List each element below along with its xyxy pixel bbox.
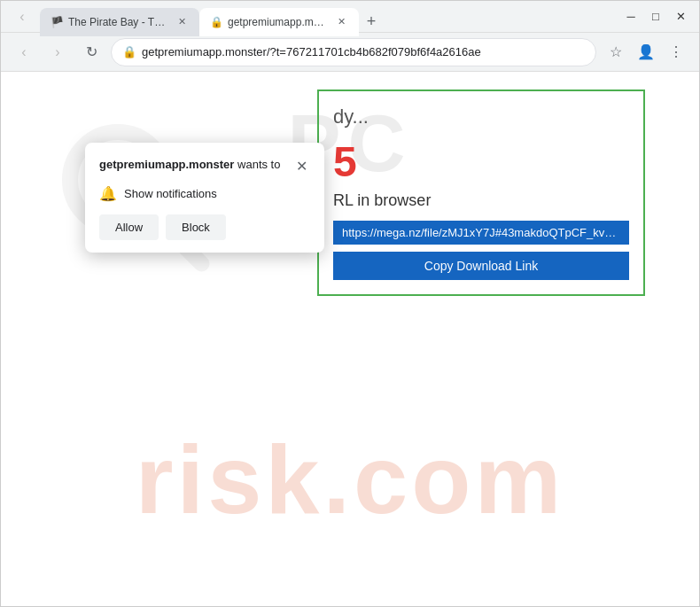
watermark-risk: risk.com	[136, 423, 564, 535]
minimize-button[interactable]: ─	[619, 5, 642, 28]
forward-button[interactable]: ›	[43, 38, 72, 66]
content-url-label: RL in browser	[333, 191, 629, 210]
tab1-close[interactable]: ✕	[175, 15, 189, 29]
maximize-button[interactable]: □	[644, 5, 667, 28]
toolbar-actions: ☆ 👤 ⋮	[602, 38, 690, 66]
popup-title-rest: wants to	[234, 158, 280, 171]
content-number: 5	[333, 137, 629, 186]
bookmark-icon[interactable]: ☆	[602, 38, 630, 66]
tab-getpremiumapp[interactable]: 🔒 getpremiumapp.monster/?t=76... ✕	[199, 8, 359, 36]
popup-title-domain: getpremiumapp.monster	[99, 158, 234, 171]
toolbar: ‹ › ↻ 🔒 ☆ 👤 ⋮	[1, 33, 699, 72]
tab-bar: 🏴 The Pirate Bay - The galaxy's m... ✕ 🔒…	[40, 1, 609, 33]
title-bar: ‹ 🏴 The Pirate Bay - The galaxy's m... ✕…	[1, 1, 699, 33]
new-tab-button[interactable]: +	[359, 10, 384, 35]
lock-icon: 🔒	[122, 45, 136, 58]
popup-buttons: Allow Block	[99, 214, 310, 240]
tab2-close[interactable]: ✕	[334, 15, 348, 29]
content-url-input: https://mega.nz/file/zMJ1xY7J#43makdoQTp…	[333, 221, 629, 245]
address-bar-container: 🔒	[111, 38, 596, 66]
tab1-label: The Pirate Bay - The galaxy's m...	[68, 16, 169, 28]
browser-window: ‹ 🏴 The Pirate Bay - The galaxy's m... ✕…	[0, 0, 700, 607]
bell-icon: 🔔	[99, 185, 117, 202]
menu-icon[interactable]: ⋮	[662, 38, 690, 66]
popup-notification-row: 🔔 Show notifications	[99, 185, 310, 202]
block-button[interactable]: Block	[166, 214, 226, 240]
address-input[interactable]	[142, 45, 585, 58]
notification-popup: getpremiumapp.monster wants to ✕ 🔔 Show …	[85, 143, 324, 253]
back-button[interactable]: ‹	[10, 38, 38, 66]
close-button[interactable]: ✕	[669, 5, 692, 28]
tab2-favicon: 🔒	[210, 16, 222, 28]
page-main: dy... 5 RL in browser https://mega.nz/fi…	[317, 89, 645, 296]
popup-close-button[interactable]: ✕	[292, 157, 310, 175]
refresh-button[interactable]: ↻	[77, 38, 105, 66]
content-loading: dy...	[333, 105, 629, 128]
tab2-label: getpremiumapp.monster/?t=76...	[228, 16, 329, 28]
url-text-display: https://mega.nz/file/zMJ1xY7J#43makdoQTp…	[333, 221, 629, 245]
copy-download-link-button[interactable]: Copy Download Link	[333, 252, 629, 280]
tab1-favicon: 🏴	[51, 16, 63, 28]
allow-button[interactable]: Allow	[99, 214, 159, 240]
profile-icon[interactable]: 👤	[632, 38, 660, 66]
notification-label: Show notifications	[124, 187, 217, 200]
window-controls: ─ □ ✕	[619, 5, 692, 28]
content-box: dy... 5 RL in browser https://mega.nz/fi…	[317, 89, 645, 296]
page-content: PC risk.com dy... 5 RL in browser https:…	[1, 72, 699, 606]
popup-header: getpremiumapp.monster wants to ✕	[99, 157, 310, 175]
popup-title: getpremiumapp.monster wants to	[99, 157, 280, 173]
tab-piratebay[interactable]: 🏴 The Pirate Bay - The galaxy's m... ✕	[40, 8, 199, 36]
tab-scroll-left[interactable]: ‹	[8, 3, 36, 31]
